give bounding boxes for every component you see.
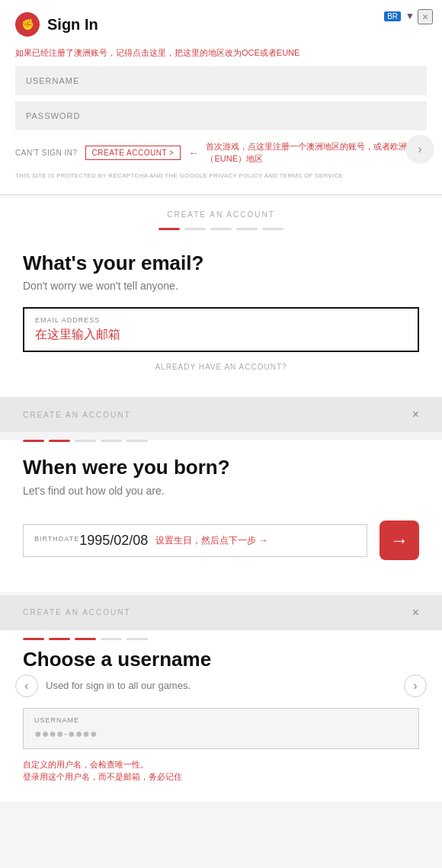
dot-2 bbox=[184, 228, 206, 230]
chevron-down-icon: ▼ bbox=[405, 11, 415, 21]
create-email-section: CREATE AN ACCOUNT What's your email? Don… bbox=[0, 198, 442, 397]
birthdate-input-wrapper[interactable]: BIRTHDATE 1995/02/08 设置生日，然后点下一步 → bbox=[23, 524, 367, 557]
username-subtitle: Used for sign in to all our games. bbox=[38, 680, 404, 691]
email-input-value[interactable]: 在这里输入邮箱 bbox=[35, 327, 407, 343]
username-section: Choose a username ‹ Used for sign in to … bbox=[0, 630, 442, 802]
email-input-label: EMAIL ADDRESS bbox=[35, 316, 407, 324]
username-nav: ‹ Used for sign in to all our games. › bbox=[0, 674, 442, 697]
birth-dot-1 bbox=[23, 440, 44, 442]
already-account-label: ALREADY HAVE AN ACCOUNT? bbox=[23, 363, 419, 371]
user-dot-1 bbox=[23, 638, 44, 640]
create-account-label: CREATE AN ACCOUNT bbox=[23, 210, 419, 219]
birthdate-section: When were you born? Let's find out how o… bbox=[0, 440, 442, 591]
birth-dot-4 bbox=[101, 440, 122, 442]
birth-section-title: When were you born? bbox=[23, 456, 419, 479]
signin-next-arrow[interactable]: › bbox=[405, 135, 434, 164]
username-section-title: Choose a username bbox=[23, 648, 419, 671]
user-dot-5 bbox=[127, 638, 148, 640]
birth-dot-2 bbox=[49, 440, 70, 442]
birthdate-header-label: CREATE AN ACCOUNT bbox=[23, 411, 131, 419]
birth-annotation: 设置生日，然后点下一步 → bbox=[155, 534, 267, 547]
birth-dot-5 bbox=[127, 440, 148, 442]
dot-1 bbox=[159, 228, 180, 230]
username-input-wrapper[interactable]: USERNAME ●●●●-●●●● bbox=[23, 708, 419, 749]
birth-dot-3 bbox=[75, 440, 96, 442]
birthdate-label: BIRTHDATE bbox=[34, 535, 79, 543]
region-bar: BR ▼ bbox=[384, 11, 415, 21]
birthdate-row: BIRTHDATE 1995/02/08 设置生日，然后点下一步 → → bbox=[23, 512, 419, 569]
username-annotation: 自定义的用户名，会检查唯一性。 登录用这个用户名，而不是邮箱，务必记住 bbox=[23, 758, 419, 783]
username-input-value: ●●●●-●●●● bbox=[34, 727, 408, 741]
username-input[interactable] bbox=[15, 66, 427, 95]
birth-section-subtitle: Let's find out how old you are. bbox=[23, 485, 419, 497]
signin-title: Sign In bbox=[47, 16, 98, 34]
dot-5 bbox=[262, 228, 283, 230]
dot-4 bbox=[236, 228, 258, 230]
top-annotation: 如果已经注册了澳洲账号，记得点击这里，把这里的地区改为OCE或者EUNE bbox=[15, 47, 427, 59]
cant-signin-label: CAN'T SIGN IN? bbox=[15, 149, 78, 157]
riot-logo: ✊ bbox=[15, 12, 40, 37]
username-close-button[interactable]: × bbox=[412, 606, 419, 620]
arrow-left: ← bbox=[188, 147, 198, 159]
username-header-label: CREATE AN ACCOUNT bbox=[23, 608, 131, 617]
email-section-title: What's your email? bbox=[23, 251, 419, 275]
create-account-button-small[interactable]: CREATE ACCOUNT > bbox=[85, 146, 181, 160]
cant-signin-row: CAN'T SIGN IN? CREATE ACCOUNT > ← 首次游戏，点… bbox=[15, 141, 427, 165]
birthdate-gray-bar: CREATE AN ACCOUNT × bbox=[0, 397, 442, 432]
close-button[interactable]: × bbox=[418, 9, 433, 24]
user-dot-2 bbox=[49, 638, 70, 640]
username-annotation-line2: 登录用这个用户名，而不是邮箱，务必记住 bbox=[23, 770, 419, 783]
user-dot-4 bbox=[101, 638, 122, 640]
birthdate-value: 1995/02/08 bbox=[79, 533, 148, 549]
step-dots-birth bbox=[23, 440, 419, 442]
username-next-button[interactable]: › bbox=[404, 674, 427, 697]
email-input-wrapper[interactable]: EMAIL ADDRESS 在这里输入邮箱 bbox=[23, 307, 419, 352]
username-prev-button[interactable]: ‹ bbox=[15, 674, 38, 697]
signin-panel: ✊ Sign In BR ▼ × 如果已经注册了澳洲账号，记得点击这里，把这里的… bbox=[0, 0, 442, 195]
signin-header: ✊ Sign In bbox=[15, 12, 427, 37]
birthdate-value-row: 1995/02/08 设置生日，然后点下一步 → bbox=[79, 533, 267, 549]
birthdate-next-button[interactable]: → bbox=[380, 520, 419, 560]
dot-3 bbox=[210, 228, 232, 230]
birthdate-close-button[interactable]: × bbox=[412, 408, 419, 421]
password-input[interactable] bbox=[15, 101, 427, 130]
step-dots-username bbox=[0, 630, 442, 640]
region-flag[interactable]: BR bbox=[384, 11, 401, 21]
step-dots-email bbox=[23, 228, 419, 230]
privacy-text: THIS SITE IS PROTECTED BY RECAPTCHA AND … bbox=[15, 172, 427, 179]
username-annotation-line1: 自定义的用户名，会检查唯一性。 bbox=[23, 758, 419, 771]
step-header-email: CREATE AN ACCOUNT bbox=[23, 198, 419, 238]
bottom-annotation: 首次游戏，点这里注册一个澳洲地区的账号，或者欧洲东北（EUNE）地区 bbox=[206, 141, 427, 165]
user-dot-3 bbox=[75, 638, 96, 640]
email-section-subtitle: Don't worry we won't tell anyone. bbox=[23, 280, 419, 292]
username-gray-bar: CREATE AN ACCOUNT × bbox=[0, 595, 442, 630]
username-input-label: USERNAME bbox=[34, 716, 408, 724]
